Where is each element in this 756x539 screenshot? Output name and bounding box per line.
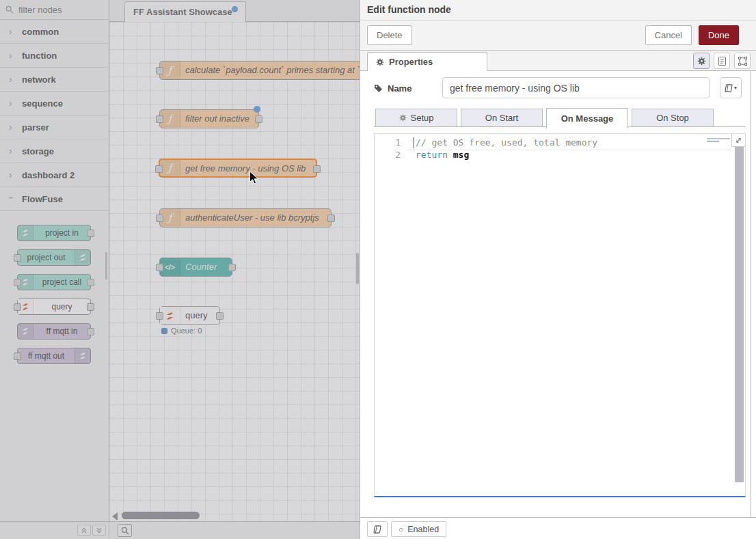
category-label: storage [22,146,54,156]
palette-category-parser[interactable]: ›parser [0,115,109,139]
palette-category-flowfuse[interactable]: ›FlowFuse [0,187,109,211]
editor-scrollbar-thumb[interactable] [735,147,744,482]
hscroll-left-arrow[interactable] [112,512,118,521]
node-label: get free memory - using OS lib [185,160,310,176]
library-footer-button[interactable] [367,521,388,537]
name-label-text: Name [388,83,411,94]
properties-view-button[interactable] [693,53,710,69]
node-status: Queue: 0 [161,327,202,335]
flow-node-filter-out-inactive[interactable]: ƒ filter out inactive [159,109,259,128]
flow-node-counter[interactable]: </> Counter [159,258,232,277]
function-icon: ƒ [160,160,180,176]
palette-category-common[interactable]: ›common [0,20,109,44]
tab-on-start[interactable]: On Start [461,109,543,127]
text-cursor [414,137,414,148]
category-label: dashboard 2 [22,170,75,180]
palette-scrollbar-thumb[interactable] [105,252,107,279]
magnifier-icon [121,527,129,535]
node-output-port[interactable] [216,312,224,320]
node-output-port[interactable] [228,264,236,271]
tab-on-message[interactable]: On Message [546,108,628,128]
hscrollbar-thumb[interactable] [122,512,200,519]
node-palette: ›common ›function ›network ›sequence ›pa… [0,0,109,521]
book-icon [373,525,382,534]
node-port [14,353,21,360]
palette-node-query[interactable]: query [17,299,91,315]
palette-node-project-call[interactable]: project call [17,274,91,290]
palette-category-dashboard2[interactable]: ›dashboard 2 [0,163,109,187]
node-input-port[interactable] [155,165,163,173]
library-button[interactable]: ▾ [720,77,742,98]
chevron-right-icon: › [9,122,14,133]
name-input[interactable] [442,77,710,98]
category-label: sequence [22,98,63,109]
book-icon [724,84,733,92]
node-modified-dot [254,106,260,113]
node-port [14,279,21,286]
tray-scrollbar-track[interactable] [750,71,751,517]
enabled-toggle-button[interactable]: ○ Enabled [391,521,446,537]
flow-node-query[interactable]: query [159,306,220,325]
workspace-tab[interactable]: FF Assistant Showcase [124,1,246,22]
filter-nodes-input[interactable] [0,0,109,19]
canvas-scrollbar-thumb[interactable] [356,253,359,284]
tab-on-stop[interactable]: On Stop [632,109,714,127]
node-port [87,279,94,286]
flow-canvas[interactable]: FF Assistant Showcase ƒ calculate `paylo… [109,0,360,521]
flow-node-get-free-memory[interactable]: ƒ get free memory - using OS lib [159,158,317,178]
flowfuse-logo-icon [18,324,33,339]
node-label: Counter [185,258,226,276]
editor-minimap [707,138,730,143]
palette-node-project-in[interactable]: project in [17,225,91,241]
code-editor[interactable]: 1 2 // get OS free, used, total memory r… [374,133,746,497]
node-label: filter out inactive [185,110,253,128]
chevron-right-icon: › [9,146,14,156]
node-input-port[interactable] [156,312,163,320]
palette-expand-all-button[interactable] [92,525,106,536]
node-input-port[interactable] [156,115,163,123]
caret-down-icon: ▾ [734,85,737,91]
palette-category-sequence[interactable]: ›sequence [0,92,109,115]
tab-properties[interactable]: Properties [367,52,487,71]
flow-node-calculate-primes[interactable]: ƒ calculate `payload.count` primes start… [159,61,360,80]
category-label: function [22,51,57,61]
node-port [87,230,94,237]
tag-icon [374,84,383,93]
node-output-port[interactable] [313,165,321,173]
palette-node-label: ff mqtt out [18,348,75,363]
delete-button[interactable]: Delete [367,25,412,45]
done-button[interactable]: Done [699,25,739,45]
canvas-grid[interactable] [109,22,360,521]
node-output-port[interactable] [255,115,262,123]
tab-label: On Message [561,110,614,127]
node-label: query [185,307,214,324]
tab-setup[interactable]: Setup [375,109,457,127]
keyword: return [416,150,448,160]
appearance-view-button[interactable] [734,53,751,69]
flow-node-authenticate-user[interactable]: ƒ authenticateUser - use lib bcryptjs [159,208,332,227]
node-input-port[interactable] [156,264,163,271]
expand-editor-button[interactable] [731,134,745,147]
palette-category-function[interactable]: ›function [0,44,109,68]
line-number: 2 [375,149,401,161]
description-view-button[interactable] [714,53,730,69]
palette-category-network[interactable]: ›network [0,68,109,92]
tray-toolbar: Delete Cancel Done [360,20,756,51]
canvas-zoom-button[interactable] [118,524,132,537]
palette-node-ff-mqtt-out[interactable]: ff mqtt out [17,348,91,364]
palette-collapse-all-button[interactable] [77,525,91,536]
cancel-button[interactable]: Cancel [645,25,692,45]
palette-filter [0,0,109,20]
node-output-port[interactable] [327,215,335,222]
node-label: authenticateUser - use lib bcryptjs [185,209,325,227]
workspace-tab-bar: FF Assistant Showcase [109,0,360,22]
palette-node-project-out[interactable]: project out [17,249,91,266]
tab-properties-label: Properties [389,57,433,67]
node-label: calculate `payload.count` primes startin… [185,61,360,79]
category-label: parser [22,122,49,133]
node-input-port[interactable] [156,67,163,74]
palette-category-storage[interactable]: ›storage [0,139,109,163]
node-input-port[interactable] [156,215,163,222]
chevron-right-icon: › [9,98,14,109]
palette-node-ff-mqtt-in[interactable]: ff mqtt in [17,323,91,340]
